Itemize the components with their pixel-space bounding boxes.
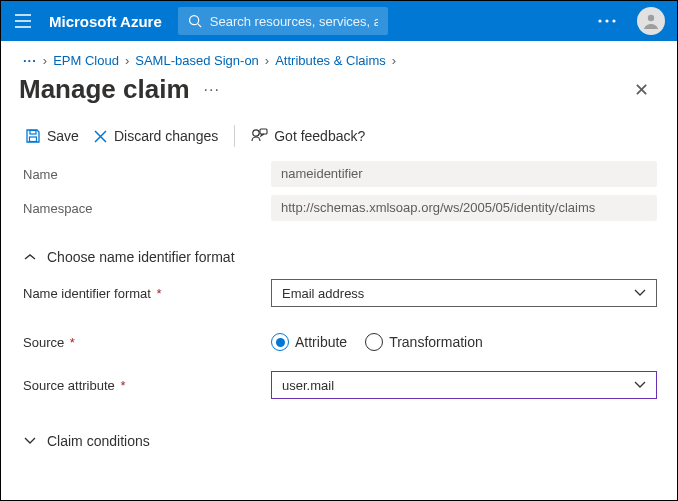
section-claim-conditions[interactable]: Claim conditions bbox=[21, 407, 657, 463]
user-avatar[interactable] bbox=[637, 7, 665, 35]
chevron-up-icon bbox=[23, 253, 37, 261]
select-nid-format[interactable]: Email address bbox=[271, 279, 657, 307]
section-name-format[interactable]: Choose name identifier format bbox=[21, 229, 657, 279]
label-namespace: Namespace bbox=[21, 201, 271, 216]
svg-point-4 bbox=[648, 15, 654, 21]
manage-claim-form: Name nameidentifier Namespace http://sch… bbox=[1, 161, 677, 463]
breadcrumb-item[interactable]: Attributes & Claims bbox=[275, 53, 386, 68]
input-name: nameidentifier bbox=[271, 161, 657, 187]
search-input[interactable] bbox=[210, 14, 378, 29]
title-more-icon[interactable]: ··· bbox=[204, 81, 220, 99]
label-source: Source * bbox=[21, 335, 271, 350]
radio-attribute-label: Attribute bbox=[295, 334, 347, 350]
radio-transformation-label: Transformation bbox=[389, 334, 483, 350]
row-source-attribute: Source attribute * user.mail bbox=[21, 371, 657, 399]
chevron-down-icon bbox=[634, 289, 646, 297]
close-button[interactable]: ✕ bbox=[626, 75, 657, 105]
save-label: Save bbox=[47, 128, 79, 144]
chevron-down-icon bbox=[634, 381, 646, 389]
chevron-right-icon: › bbox=[43, 53, 47, 68]
label-source-attribute: Source attribute * bbox=[21, 378, 271, 393]
radio-source-transformation[interactable]: Transformation bbox=[365, 333, 483, 351]
menu-icon[interactable] bbox=[9, 7, 37, 35]
svg-rect-5 bbox=[30, 131, 36, 135]
breadcrumb-overflow[interactable]: ··· bbox=[23, 53, 37, 68]
breadcrumb: ··· › EPM Cloud › SAML-based Sign-on › A… bbox=[1, 41, 677, 72]
row-namespace: Namespace http://schemas.xmlsoap.org/ws/… bbox=[21, 195, 657, 221]
discard-button[interactable]: Discard changes bbox=[93, 128, 218, 144]
svg-point-7 bbox=[253, 130, 259, 136]
breadcrumb-item[interactable]: EPM Cloud bbox=[53, 53, 119, 68]
row-name: Name nameidentifier bbox=[21, 161, 657, 187]
search-icon bbox=[188, 14, 202, 28]
section-conditions-label: Claim conditions bbox=[47, 433, 150, 449]
svg-point-1 bbox=[598, 19, 601, 22]
select-nid-format-value: Email address bbox=[282, 286, 364, 301]
feedback-button[interactable]: Got feedback? bbox=[251, 128, 365, 144]
radio-source-attribute[interactable]: Attribute bbox=[271, 333, 347, 351]
chevron-right-icon: › bbox=[392, 53, 396, 68]
chevron-right-icon: › bbox=[265, 53, 269, 68]
select-source-attribute[interactable]: user.mail bbox=[271, 371, 657, 399]
feedback-label: Got feedback? bbox=[274, 128, 365, 144]
feedback-icon bbox=[251, 128, 268, 144]
azure-top-bar: Microsoft Azure bbox=[1, 1, 677, 41]
svg-rect-6 bbox=[30, 137, 37, 142]
label-name: Name bbox=[21, 167, 271, 182]
svg-point-2 bbox=[605, 19, 608, 22]
row-nid-format: Name identifier format * Email address bbox=[21, 279, 657, 307]
page-title-row: Manage claim ··· ✕ bbox=[1, 72, 677, 115]
global-search[interactable] bbox=[178, 7, 388, 35]
select-source-attribute-value: user.mail bbox=[282, 378, 334, 393]
svg-point-0 bbox=[189, 16, 198, 25]
discard-icon bbox=[93, 129, 108, 144]
command-bar: Save Discard changes Got feedback? bbox=[1, 115, 677, 161]
svg-point-3 bbox=[612, 19, 615, 22]
discard-label: Discard changes bbox=[114, 128, 218, 144]
input-namespace: http://schemas.xmlsoap.org/ws/2005/05/id… bbox=[271, 195, 657, 221]
breadcrumb-item[interactable]: SAML-based Sign-on bbox=[135, 53, 259, 68]
section-format-label: Choose name identifier format bbox=[47, 249, 235, 265]
save-button[interactable]: Save bbox=[25, 128, 79, 144]
save-icon bbox=[25, 128, 41, 144]
chevron-down-icon bbox=[23, 437, 37, 445]
divider bbox=[234, 125, 235, 147]
brand-label: Microsoft Azure bbox=[45, 13, 170, 30]
svg-rect-8 bbox=[260, 129, 267, 134]
radio-group-source: Attribute Transformation bbox=[271, 333, 483, 351]
page-title: Manage claim bbox=[19, 74, 190, 105]
row-source: Source * Attribute Transformation bbox=[21, 333, 657, 351]
more-icon[interactable] bbox=[589, 1, 625, 41]
chevron-right-icon: › bbox=[125, 53, 129, 68]
label-nid-format: Name identifier format * bbox=[21, 286, 271, 301]
